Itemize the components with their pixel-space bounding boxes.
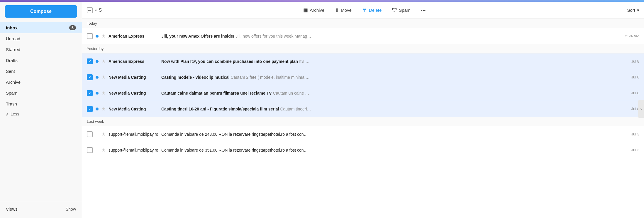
select-all-checkbox[interactable]	[87, 7, 93, 13]
email-content: Comanda in valoare de 351.00 RON la reze…	[161, 148, 618, 152]
right-panel-toggle[interactable]: ›	[638, 100, 644, 118]
sidebar-item-trash[interactable]: Trash	[0, 98, 82, 109]
star-icon[interactable]: ★	[101, 58, 106, 64]
main-layout: Compose Inbox 5 Unread Starred Drafts Se…	[0, 2, 644, 218]
star-icon[interactable]: ★	[101, 147, 106, 153]
email-checkbox[interactable]	[87, 33, 93, 39]
email-row[interactable]: ★support@email.mobilpay.roComanda in val…	[82, 142, 644, 158]
section-header-today: Today	[82, 19, 644, 28]
email-subject: Comanda in valoare de 243.00 RON la reze…	[161, 132, 308, 137]
move-icon: ⬆	[335, 7, 339, 13]
sidebar-item-sent-label: Sent	[6, 69, 15, 74]
sort-label: Sort	[627, 8, 635, 13]
unread-dot	[96, 92, 99, 95]
delete-button[interactable]: 🗑 Delete	[360, 6, 384, 14]
inbox-badge: 5	[69, 25, 76, 30]
email-time: Jul 8	[622, 59, 639, 63]
email-row[interactable]: ★support@email.mobilpay.roComanda in val…	[82, 126, 644, 142]
email-row[interactable]: ★New Media CastingCautam caine dalmatian…	[82, 85, 644, 101]
email-time: 5:24 AM	[622, 34, 639, 38]
email-sender: New Media Casting	[109, 107, 161, 111]
section-header-last-week: Last week	[82, 117, 644, 126]
toolbar-actions: ▣ Archive ⬆ Move 🗑 Delete 🛡 Spam •••	[109, 6, 620, 14]
spam-button[interactable]: 🛡 Spam	[390, 6, 413, 14]
email-checkbox[interactable]	[87, 147, 93, 153]
archive-button[interactable]: ▣ Archive	[301, 6, 327, 14]
star-icon[interactable]: ★	[101, 106, 106, 112]
sidebar: Compose Inbox 5 Unread Starred Drafts Se…	[0, 2, 82, 218]
email-subject: Casting tineri 16-20 ani - Figuratie sim…	[161, 107, 279, 111]
email-checkbox[interactable]	[87, 58, 93, 64]
email-time: Jul 3	[622, 148, 639, 152]
email-preview: It's …	[299, 59, 309, 64]
email-content: Cautam caine dalmatian pentru filmarea u…	[161, 91, 618, 95]
spam-label: Spam	[399, 8, 410, 13]
archive-label: Archive	[310, 8, 324, 13]
email-preview: Jill, new offers for you this week Manag…	[235, 34, 311, 38]
sort-chevron-icon: ▾	[637, 8, 639, 13]
sidebar-item-spam[interactable]: Spam	[0, 88, 82, 98]
email-checkbox[interactable]	[87, 106, 93, 112]
less-toggle[interactable]: ∧ Less	[0, 109, 82, 119]
sidebar-item-unread-label: Unread	[6, 36, 20, 41]
sidebar-item-drafts[interactable]: Drafts	[0, 55, 82, 66]
sidebar-item-drafts-label: Drafts	[6, 58, 18, 63]
email-checkbox[interactable]	[87, 90, 93, 96]
email-time: Jul 8	[622, 91, 639, 95]
section-header-yesterday: Yesterday	[82, 44, 644, 53]
email-row[interactable]: ★New Media CastingCasting tineri 16-20 a…	[82, 101, 644, 117]
unread-dot	[96, 108, 99, 110]
sidebar-item-spam-label: Spam	[6, 90, 17, 95]
email-sender: American Express	[109, 34, 161, 38]
email-sender: American Express	[109, 59, 161, 64]
move-button[interactable]: ⬆ Move	[333, 6, 354, 14]
compose-button[interactable]: Compose	[5, 5, 77, 18]
email-content: Now with Plan It®, you can combine purch…	[161, 59, 618, 64]
email-content: Jill, your new Amex Offers are inside!Ji…	[161, 34, 618, 38]
sidebar-item-sent[interactable]: Sent	[0, 66, 82, 77]
minus-icon	[88, 10, 91, 11]
star-icon[interactable]: ★	[101, 131, 106, 137]
sidebar-item-archive[interactable]: Archive	[0, 77, 82, 88]
show-link[interactable]: Show	[66, 207, 76, 212]
email-row[interactable]: ★American ExpressJill, your new Amex Off…	[82, 28, 644, 44]
email-time: Jul 8	[622, 75, 639, 79]
delete-icon: 🗑	[362, 7, 367, 13]
sidebar-item-unread[interactable]: Unread	[0, 33, 82, 44]
sidebar-item-inbox[interactable]: Inbox 5	[0, 22, 82, 33]
email-preview: Cautam 2 fete ( modele, inaltime minima …	[231, 75, 310, 80]
unread-dot	[96, 60, 99, 63]
sidebar-divider	[0, 201, 82, 201]
email-subject: Comanda in valoare de 351.00 RON la reze…	[161, 148, 308, 152]
email-row[interactable]: ★New Media CastingCasting modele - video…	[82, 69, 644, 85]
email-list-container: ▾ 5 ▣ Archive ⬆ Move 🗑 Delete 🛡	[82, 2, 644, 218]
archive-icon: ▣	[303, 7, 308, 13]
email-preview: Cautam un caine …	[273, 91, 309, 95]
toolbar: ▾ 5 ▣ Archive ⬆ Move 🗑 Delete 🛡	[82, 2, 644, 19]
less-label: Less	[11, 112, 19, 116]
email-checkbox[interactable]	[87, 131, 93, 137]
select-dropdown-icon[interactable]: ▾	[95, 8, 97, 12]
move-label: Move	[341, 8, 352, 13]
views-label: Views	[6, 207, 18, 212]
email-content: Casting tineri 16-20 ani - Figuratie sim…	[161, 107, 618, 111]
star-icon[interactable]: ★	[101, 74, 106, 80]
email-sender: New Media Casting	[109, 91, 161, 95]
email-row[interactable]: ★American ExpressNow with Plan It®, you …	[82, 53, 644, 69]
more-label: •••	[421, 8, 426, 13]
email-subject: Casting modele - videoclip muzical	[161, 75, 230, 80]
sort-button[interactable]: Sort ▾	[627, 8, 639, 13]
star-icon[interactable]: ★	[101, 33, 106, 39]
spam-icon: 🛡	[392, 7, 397, 13]
sidebar-item-trash-label: Trash	[6, 101, 17, 106]
unread-dot	[96, 76, 99, 79]
email-sender: support@email.mobilpay.ro	[109, 148, 161, 152]
email-content: Comanda in valoare de 243.00 RON la reze…	[161, 132, 618, 137]
more-button[interactable]: •••	[418, 6, 428, 14]
email-time: Jul 3	[622, 132, 639, 136]
email-checkbox[interactable]	[87, 74, 93, 80]
email-content: Casting modele - videoclip muzicalCautam…	[161, 75, 618, 80]
star-icon[interactable]: ★	[101, 90, 106, 96]
sidebar-item-starred[interactable]: Starred	[0, 44, 82, 55]
email-subject: Jill, your new Amex Offers are inside!	[161, 34, 234, 38]
